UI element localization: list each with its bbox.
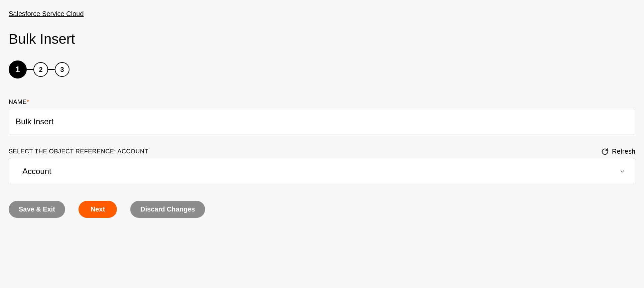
object-ref-value: Account <box>22 167 51 176</box>
refresh-button[interactable]: Refresh <box>601 148 635 155</box>
name-input[interactable] <box>9 109 635 134</box>
step-2[interactable]: 2 <box>33 62 48 77</box>
step-1[interactable]: 1 <box>9 60 27 79</box>
stepper: 1 2 3 <box>9 60 635 79</box>
step-connector <box>27 69 33 70</box>
object-ref-label: SELECT THE OBJECT REFERENCE: ACCOUNT <box>9 148 148 155</box>
page-title: Bulk Insert <box>9 31 635 47</box>
button-row: Save & Exit Next Discard Changes <box>9 201 635 218</box>
breadcrumb-link[interactable]: Salesforce Service Cloud <box>9 10 84 18</box>
save-exit-button[interactable]: Save & Exit <box>9 201 65 218</box>
name-label-row: NAME* <box>9 99 635 106</box>
discard-button[interactable]: Discard Changes <box>130 201 205 218</box>
object-ref-label-row: SELECT THE OBJECT REFERENCE: ACCOUNT Ref… <box>9 148 635 155</box>
refresh-icon <box>601 148 609 155</box>
refresh-label: Refresh <box>612 148 635 155</box>
step-3[interactable]: 3 <box>55 62 69 77</box>
object-ref-select-wrapper: Account <box>9 159 635 184</box>
object-ref-select[interactable]: Account <box>9 159 635 184</box>
required-indicator: * <box>27 99 29 105</box>
name-label: NAME <box>9 99 27 105</box>
step-connector <box>48 69 55 70</box>
next-button[interactable]: Next <box>78 201 117 218</box>
